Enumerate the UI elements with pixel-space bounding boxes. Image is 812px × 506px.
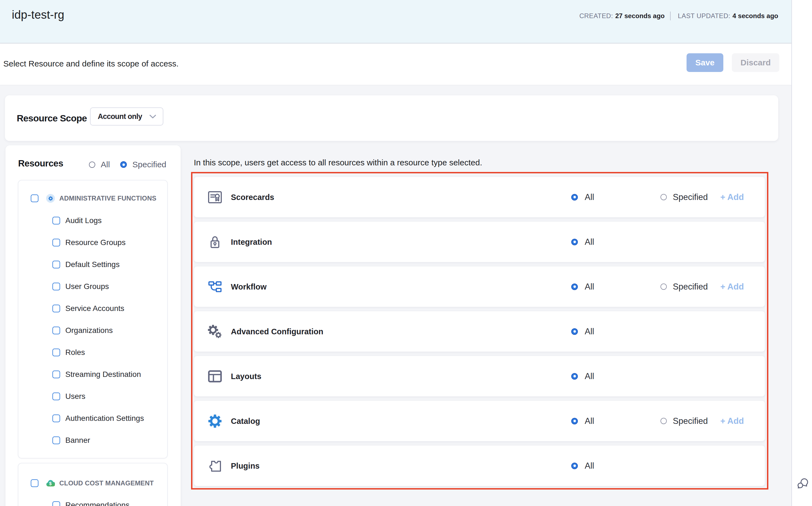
list-item: Default Settings [18, 254, 167, 275]
authentication-settings-checkbox[interactable] [53, 415, 60, 422]
item-label[interactable]: Roles [65, 348, 85, 357]
plugins-all-radio[interactable] [571, 462, 578, 469]
item-label[interactable]: Users [65, 392, 85, 401]
cloud-cost-management-checkbox[interactable] [31, 479, 38, 487]
resource-groups-checkbox[interactable] [53, 239, 60, 246]
integration-all-label[interactable]: All [585, 237, 594, 247]
catalog-all-label[interactable]: All [585, 416, 594, 426]
audit-logs-checkbox[interactable] [53, 217, 60, 225]
recommendations-checkbox[interactable] [53, 501, 60, 506]
item-label[interactable]: Authentication Settings [65, 414, 144, 423]
action-subtitle: Select Resource and define its scope of … [3, 59, 179, 68]
highlighted-region: Scorecards All Specified + Add Integ [191, 172, 768, 490]
content: Resource Scope Account only Resources Al… [0, 85, 791, 506]
resources-panel-head: Resources All Specified [5, 145, 181, 180]
scorecards-specified-label[interactable]: Specified [673, 192, 708, 202]
user-groups-checkbox[interactable] [53, 283, 60, 290]
advanced-configuration-all-radio[interactable] [571, 328, 578, 335]
item-label[interactable]: Streaming Destination [65, 370, 141, 379]
gear-blue-icon [206, 401, 224, 441]
resources-panel: Resources All Specified [5, 145, 181, 506]
resources-all-radio[interactable] [89, 162, 95, 168]
page-header: idp-test-rg CREATED: 27 seconds ago LAST… [0, 0, 791, 44]
save-button[interactable]: Save [687, 53, 723, 72]
row-title: Advanced Configuration [231, 327, 323, 336]
resources-specified-label[interactable]: Specified [132, 160, 166, 169]
scope-hint: In this scope, users get access to all r… [194, 158, 482, 167]
list-item: Authentication Settings [18, 407, 167, 429]
scorecards-all-label[interactable]: All [585, 192, 594, 202]
banner-checkbox[interactable] [53, 436, 60, 444]
advanced-configuration-all-label[interactable]: All [585, 327, 594, 337]
list-item: Streaming Destination [18, 363, 167, 386]
organizations-checkbox[interactable] [53, 327, 60, 334]
item-label[interactable]: Organizations [65, 326, 113, 335]
created-value: 27 seconds ago [615, 12, 665, 20]
users-checkbox[interactable] [53, 393, 60, 400]
row-title: Layouts [231, 372, 261, 381]
workflow-all-label[interactable]: All [585, 282, 594, 292]
created-label: CREATED: [579, 12, 613, 20]
row-title: Scorecards [231, 192, 274, 202]
item-label[interactable]: Audit Logs [65, 216, 102, 225]
workflow-add-button[interactable]: + Add [720, 282, 744, 292]
resource-scope-value: Account only [98, 112, 142, 121]
list-item: Resource Groups [18, 232, 167, 254]
layouts-all-label[interactable]: All [585, 371, 594, 381]
row-title: Plugins [231, 461, 260, 470]
lock-icon [206, 222, 224, 262]
scorecards-all-radio[interactable] [571, 194, 578, 200]
item-label[interactable]: Default Settings [65, 260, 120, 269]
scorecards-add-button[interactable]: + Add [720, 192, 744, 202]
group-label: CLOUD COST MANAGEMENT [59, 479, 154, 487]
resources-specified-radio[interactable] [120, 161, 127, 168]
resource-scope-select[interactable]: Account only [90, 107, 163, 125]
resources-all-label[interactable]: All [101, 160, 110, 169]
main-area: idp-test-rg CREATED: 27 seconds ago LAST… [0, 0, 791, 506]
row-title: Integration [231, 237, 272, 246]
plugins-all-label[interactable]: All [585, 461, 594, 471]
list-item: Recommendations [18, 494, 167, 506]
gear-icon [46, 194, 55, 203]
item-label[interactable]: Recommendations [65, 501, 129, 506]
workflow-all-radio[interactable] [571, 283, 578, 290]
row-title: Catalog [231, 416, 260, 425]
resource-row-workflow: Workflow All Specified + Add [194, 266, 765, 307]
resource-row-layouts: Layouts All [194, 356, 765, 396]
item-label[interactable]: Resource Groups [65, 238, 125, 247]
catalog-specified-label[interactable]: Specified [673, 416, 708, 426]
catalog-all-radio[interactable] [571, 418, 578, 424]
last-updated-value: 4 seconds ago [732, 12, 778, 20]
integration-all-radio[interactable] [571, 239, 578, 245]
scorecards-specified-radio[interactable] [661, 194, 667, 200]
catalog-add-button[interactable]: + Add [720, 416, 744, 426]
svg-text:$: $ [49, 481, 52, 486]
cloud-dollar-icon: $ [46, 479, 55, 488]
list-item: Audit Logs [18, 209, 167, 232]
discard-button[interactable]: Discard [732, 53, 779, 72]
resources-filter-radios: All Specified [89, 160, 166, 169]
row-title: Workflow [231, 282, 267, 291]
resource-row-plugins: Plugins All [194, 445, 765, 486]
streaming-destination-checkbox[interactable] [53, 370, 60, 378]
catalog-specified-radio[interactable] [661, 418, 667, 424]
header-meta: CREATED: 27 seconds ago LAST UPDATED: 4 … [579, 11, 778, 20]
layouts-all-radio[interactable] [571, 373, 578, 380]
workflow-specified-radio[interactable] [661, 283, 667, 290]
page-title: idp-test-rg [12, 8, 64, 21]
group-items: Recommendations [18, 494, 167, 506]
group-administrative-functions: ADMINISTRATIVE FUNCTIONS Audit Logs Reso… [18, 180, 168, 458]
service-accounts-checkbox[interactable] [53, 305, 60, 312]
group-head-administrative-functions: ADMINISTRATIVE FUNCTIONS [18, 193, 157, 204]
list-item: Organizations [18, 320, 167, 341]
workflow-specified-label[interactable]: Specified [673, 282, 708, 292]
item-label[interactable]: Banner [65, 436, 90, 445]
default-settings-checkbox[interactable] [53, 261, 60, 268]
chat-icon[interactable] [797, 478, 809, 489]
item-label[interactable]: User Groups [65, 282, 109, 291]
roles-checkbox[interactable] [53, 349, 60, 356]
administrative-functions-checkbox[interactable] [31, 194, 38, 202]
workflow-icon [206, 266, 224, 307]
chevron-down-icon [149, 114, 156, 119]
item-label[interactable]: Service Accounts [65, 304, 124, 313]
